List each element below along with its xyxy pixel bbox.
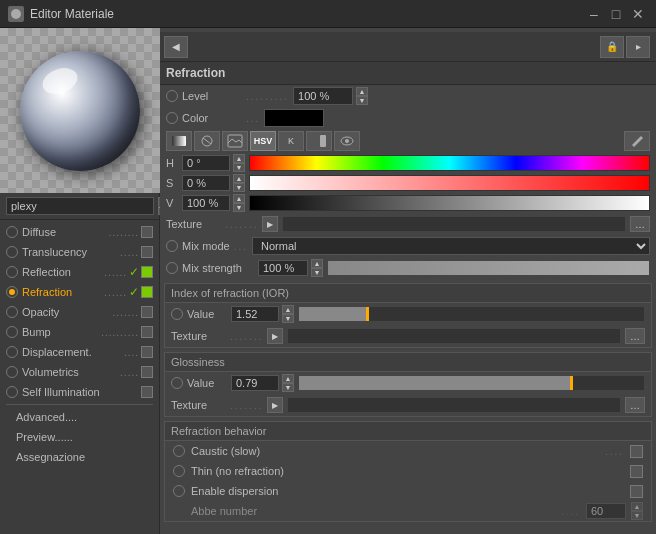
sidebar-item-diffuse[interactable]: Diffuse ........	[0, 222, 159, 242]
color-tool-mix[interactable]	[306, 131, 332, 151]
sidebar-item-opacity[interactable]: Opacity .......	[0, 302, 159, 322]
sidebar-item-refraction[interactable]: Refraction ...... ✓	[0, 282, 159, 302]
abbe-down[interactable]: ▼	[631, 511, 643, 520]
diffuse-radio[interactable]	[6, 226, 18, 238]
back-button[interactable]: ◀	[164, 36, 188, 58]
thin-radio[interactable]	[173, 465, 185, 477]
mix-strength-slider[interactable]	[327, 260, 650, 276]
sidebar-item-reflection[interactable]: Reflection ...... ✓	[0, 262, 159, 282]
reflection-toggle[interactable]	[141, 266, 153, 278]
sidebar-item-preview[interactable]: Preview......	[0, 427, 159, 447]
ior-texture-arrow[interactable]: ▶	[267, 328, 283, 344]
h-down[interactable]: ▼	[233, 163, 245, 172]
v-down[interactable]: ▼	[233, 203, 245, 212]
abbe-up[interactable]: ▲	[631, 502, 643, 511]
translucency-toggle[interactable]	[141, 246, 153, 258]
volumetrics-radio[interactable]	[6, 366, 18, 378]
color-tool-eye[interactable]	[334, 131, 360, 151]
lock-button[interactable]: 🔒	[600, 36, 624, 58]
mix-strength-spinner[interactable]: ▲ ▼	[311, 259, 323, 277]
bump-toggle[interactable]	[141, 326, 153, 338]
color-tool-image[interactable]	[222, 131, 248, 151]
mix-strength-input[interactable]	[258, 260, 308, 276]
v-up[interactable]: ▲	[233, 194, 245, 203]
glossiness-spinner[interactable]: ▲ ▼	[282, 374, 294, 392]
color-tool-gradient[interactable]	[166, 131, 192, 151]
displacement-toggle[interactable]	[141, 346, 153, 358]
glossiness-texture-arrow[interactable]: ▶	[267, 397, 283, 413]
s-slider[interactable]	[249, 175, 650, 191]
caustic-radio[interactable]	[173, 445, 185, 457]
displacement-radio[interactable]	[6, 346, 18, 358]
reflection-radio[interactable]	[6, 266, 18, 278]
sidebar-item-displacement[interactable]: Displacement. ....	[0, 342, 159, 362]
sidebar-item-self-illumination[interactable]: Self Illumination	[0, 382, 159, 402]
glossiness-radio[interactable]	[171, 377, 183, 389]
color-tool-spectrum[interactable]	[194, 131, 220, 151]
texture-more-main[interactable]: …	[630, 216, 650, 232]
opacity-toggle[interactable]	[141, 306, 153, 318]
h-up[interactable]: ▲	[233, 154, 245, 163]
refraction-radio[interactable]	[6, 286, 18, 298]
h-spinner[interactable]: ▲ ▼	[233, 154, 245, 172]
glossiness-texture-more[interactable]: …	[625, 397, 645, 413]
self-illum-toggle[interactable]	[141, 386, 153, 398]
refraction-toggle[interactable]	[141, 286, 153, 298]
ior-texture-more[interactable]: …	[625, 328, 645, 344]
glossiness-value-input[interactable]	[231, 375, 279, 391]
abbe-input[interactable]	[586, 503, 626, 519]
maximize-button[interactable]: □	[606, 4, 626, 24]
level-up[interactable]: ▲	[356, 87, 368, 96]
glossiness-up[interactable]: ▲	[282, 374, 294, 383]
color-tool-hsv[interactable]: HSV	[250, 131, 276, 151]
s-spinner[interactable]: ▲ ▼	[233, 174, 245, 192]
s-input[interactable]	[182, 175, 230, 191]
bump-radio[interactable]	[6, 326, 18, 338]
diffuse-toggle[interactable]	[141, 226, 153, 238]
ior-radio[interactable]	[171, 308, 183, 320]
sidebar-item-assegnazione[interactable]: Assegnazione	[0, 447, 159, 467]
s-down[interactable]: ▼	[233, 183, 245, 192]
self-illum-radio[interactable]	[6, 386, 18, 398]
abbe-spinner[interactable]: ▲ ▼	[631, 502, 643, 520]
v-spinner[interactable]: ▲ ▼	[233, 194, 245, 212]
mix-mode-radio[interactable]	[166, 240, 178, 252]
sidebar-item-bump[interactable]: Bump ..........	[0, 322, 159, 342]
v-slider[interactable]	[249, 195, 650, 211]
mix-strength-up[interactable]: ▲	[311, 259, 323, 268]
level-spinner[interactable]: ▲ ▼	[356, 87, 368, 105]
translucency-radio[interactable]	[6, 246, 18, 258]
h-slider[interactable]	[249, 155, 650, 171]
sidebar-item-volumetrics[interactable]: Volumetrics .....	[0, 362, 159, 382]
level-input[interactable]	[293, 87, 353, 105]
s-up[interactable]: ▲	[233, 174, 245, 183]
mix-strength-radio[interactable]	[166, 262, 178, 274]
dispersion-radio[interactable]	[173, 485, 185, 497]
sidebar-item-advanced[interactable]: Advanced....	[0, 407, 159, 427]
material-name-input[interactable]	[6, 197, 154, 215]
color-tool-picker[interactable]	[624, 131, 650, 151]
dispersion-checkbox[interactable]	[630, 485, 643, 498]
ior-spinner[interactable]: ▲ ▼	[282, 305, 294, 323]
ior-slider[interactable]	[298, 306, 645, 322]
volumetrics-toggle[interactable]	[141, 366, 153, 378]
glossiness-down[interactable]: ▼	[282, 383, 294, 392]
thin-checkbox[interactable]	[630, 465, 643, 478]
texture-arrow-main[interactable]: ▶	[262, 216, 278, 232]
level-radio[interactable]	[166, 90, 178, 102]
ior-up[interactable]: ▲	[282, 305, 294, 314]
ior-down[interactable]: ▼	[282, 314, 294, 323]
sidebar-item-translucency[interactable]: Translucency .....	[0, 242, 159, 262]
caustic-checkbox[interactable]	[630, 445, 643, 458]
opacity-radio[interactable]	[6, 306, 18, 318]
mix-mode-select[interactable]: Normal	[252, 237, 650, 255]
color-radio[interactable]	[166, 112, 178, 124]
more-button[interactable]: ▸	[626, 36, 650, 58]
v-input[interactable]	[182, 195, 230, 211]
color-swatch[interactable]	[264, 109, 324, 127]
mix-strength-down[interactable]: ▼	[311, 268, 323, 277]
color-tool-k[interactable]: K	[278, 131, 304, 151]
h-input[interactable]	[182, 155, 230, 171]
ior-value-input[interactable]	[231, 306, 279, 322]
minimize-button[interactable]: –	[584, 4, 604, 24]
